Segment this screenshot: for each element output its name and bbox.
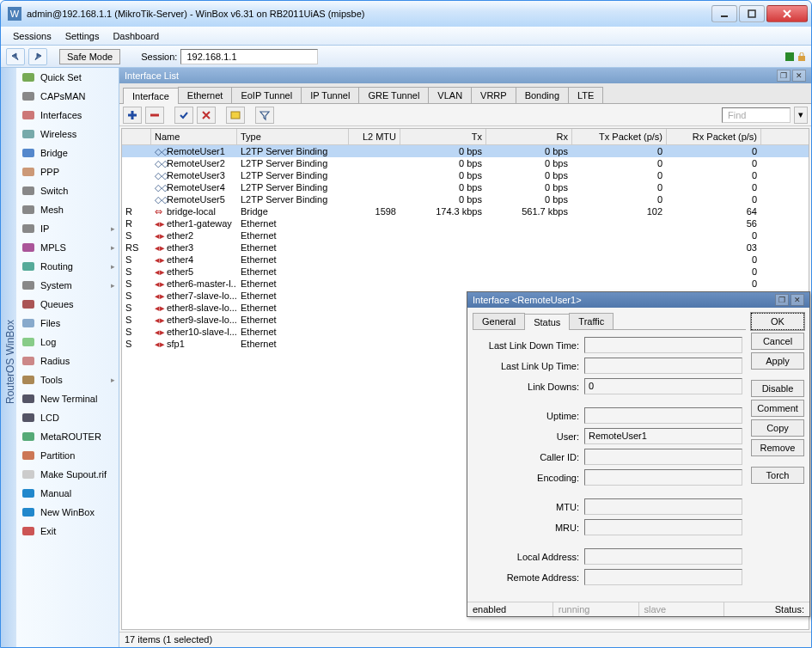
remove-button[interactable]: Remove [751,439,804,456]
sidebar-item-system[interactable]: System▸ [16,276,119,295]
sidebar-item-new-winbox[interactable]: New WinBox [16,503,119,522]
sidebar-item-interfaces[interactable]: Interfaces [16,106,119,125]
table-row[interactable]: S◂▸ether2Ethernet0 [122,229,809,241]
tab-vlan[interactable]: VLAN [428,87,472,103]
undo-button[interactable] [6,48,25,65]
tab-lte[interactable]: LTE [568,87,603,103]
table-row[interactable]: S◂▸ether4Ethernet0 [122,254,809,266]
disable-button[interactable] [197,107,216,124]
sidebar-item-make-supout-rif[interactable]: Make Supout.rif [16,465,119,484]
enable-button[interactable] [174,107,193,124]
tab-ip-tunnel[interactable]: IP Tunnel [301,87,359,103]
filter-button[interactable] [255,107,274,124]
sidebar-item-quick-set[interactable]: Quick Set [16,68,119,87]
table-row[interactable]: S◂▸ether6-master-l...Ethernet0 [122,278,809,290]
sidebar-item-lcd[interactable]: LCD [16,408,119,427]
sidebar-item-label: MetaROUTER [40,431,101,442]
sidebar-item-ppp[interactable]: PPP [16,162,119,181]
svg-rect-10 [22,149,34,157]
sidebar-item-metarouter[interactable]: MetaROUTER [16,427,119,446]
dialog-close-button[interactable]: ✕ [791,294,804,306]
panel-title: Interface List ❐ ✕ [119,68,811,83]
tools-icon [21,373,35,387]
menu-dashboard[interactable]: Dashboard [106,29,166,43]
table-row[interactable]: S◂▸ether5Ethernet0 [122,266,809,278]
sidebar-item-files[interactable]: Files [16,314,119,333]
sidebar-item-new-terminal[interactable]: New Terminal [16,389,119,408]
tab-bonding[interactable]: Bonding [516,87,569,103]
copy-button[interactable]: Copy [751,419,804,437]
dialog-tab-traffic[interactable]: Traffic [569,313,614,329]
column-menu-button[interactable]: ▾ [794,107,808,124]
sidebar-item-label: LCD [40,413,59,423]
sidebar-item-wireless[interactable]: Wireless [16,125,119,144]
table-row[interactable]: ◇◇RemoteUser2L2TP Server Binding0 bps0 b… [122,157,809,169]
partition-icon [21,449,35,462]
panel-close-button[interactable]: ✕ [792,70,806,82]
menu-sessions[interactable]: Sessions [6,29,58,43]
app-icon: W [8,7,21,21]
ok-button[interactable]: OK [751,313,804,330]
safe-mode-button[interactable]: Safe Mode [59,49,120,64]
menubar: Sessions Settings Dashboard [1,27,811,46]
dialog-tab-general[interactable]: General [473,313,525,329]
field-label: Caller ID: [476,452,579,462]
sidebar-item-queues[interactable]: Queues [16,295,119,314]
remove-button[interactable] [145,107,164,124]
sidebar-item-manual[interactable]: Manual [16,484,119,503]
bridge-icon [21,146,35,160]
disable-button[interactable]: Disable [751,380,804,397]
sidebar-item-capsman[interactable]: CAPsMAN [16,87,119,106]
queues-icon [21,297,35,311]
find-input[interactable]: Find [722,107,791,123]
sidebar-item-mesh[interactable]: Mesh [16,200,119,219]
add-button[interactable] [123,107,142,124]
interface-dialog: Interface <RemoteUser1> ❐ ✕ General Stat… [467,291,810,617]
field-caller: Caller ID: [476,449,742,465]
svg-rect-20 [22,338,34,346]
menu-settings[interactable]: Settings [58,29,107,43]
table-row[interactable]: ◇◇RemoteUser5L2TP Server Binding0 bps0 b… [122,193,809,205]
main-toolbar: Safe Mode Session: 192.168.1.1 [1,46,811,68]
tab-gre-tunnel[interactable]: GRE Tunnel [358,87,429,103]
minimize-button[interactable] [711,5,737,22]
sidebar-item-radius[interactable]: Radius [16,352,119,370]
sidebar-item-bridge[interactable]: Bridge [16,144,119,162]
sidebar-item-partition[interactable]: Partition [16,446,119,465]
tab-interface[interactable]: Interface [123,88,179,104]
exit-icon [21,524,35,538]
session-label: Session: [141,52,177,62]
cancel-button[interactable]: Cancel [751,333,804,350]
redo-button[interactable] [28,48,47,65]
comment-button[interactable]: Comment [751,400,804,417]
apply-button[interactable]: Apply [751,352,804,370]
panel-restore-button[interactable]: ❐ [777,70,791,82]
table-row[interactable]: ◇◇RemoteUser3L2TP Server Binding0 bps0 b… [122,169,809,181]
sidebar-item-tools[interactable]: Tools▸ [16,370,119,389]
dialog-tab-status[interactable]: Status [524,314,570,330]
table-row[interactable]: R◂▸ether1-gatewayEthernet56 [122,217,809,229]
table-row[interactable]: ◇◇RemoteUser4L2TP Server Binding0 bps0 b… [122,181,809,193]
sidebar-item-switch[interactable]: Switch [16,181,119,200]
session-value: 192.168.1.1 [180,49,318,64]
field-value: RemoteUser1 [584,428,742,444]
maximize-button[interactable] [739,5,765,22]
tab-eoip-tunnel[interactable]: EoIP Tunnel [231,87,302,103]
dialog-restore-button[interactable]: ❐ [775,294,789,306]
close-button[interactable] [766,5,808,22]
table-row[interactable]: ◇◇RemoteUser1L2TP Server Binding0 bps0 b… [122,145,809,157]
field-value: 0 [584,378,742,394]
sidebar-item-ip[interactable]: IP▸ [16,219,119,238]
svg-rect-19 [22,319,34,327]
sidebar-item-label: Files [40,318,60,328]
tab-ethernet[interactable]: Ethernet [178,87,233,103]
table-row[interactable]: RS◂▸ether3Ethernet03 [122,241,809,254]
sidebar-item-exit[interactable]: Exit [16,522,119,541]
torch-button[interactable]: Torch [751,467,804,484]
tab-vrrp[interactable]: VRRP [471,87,516,103]
table-row[interactable]: R⇔bridge-localBridge1598174.3 kbps561.7 … [122,205,809,217]
sidebar-item-mpls[interactable]: MPLS▸ [16,238,119,257]
sidebar-item-log[interactable]: Log [16,333,119,352]
sidebar-item-routing[interactable]: Routing▸ [16,257,119,276]
comment-button[interactable] [226,107,245,124]
